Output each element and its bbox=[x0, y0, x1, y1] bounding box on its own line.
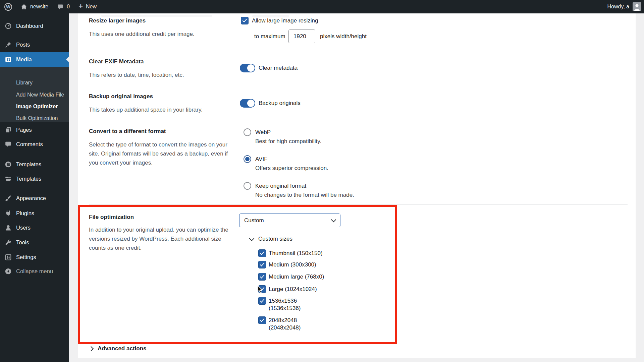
file-optimization-select[interactable]: Custom bbox=[239, 214, 340, 227]
exif-toggle-row: Clear metadata bbox=[240, 64, 298, 72]
sidebar-item-tools[interactable]: Tools bbox=[0, 235, 69, 250]
size-2048-label: 2048x2048 (2048x2048) bbox=[269, 316, 301, 331]
row-divider bbox=[89, 338, 628, 338]
submenu-item-image-optimizer[interactable]: Image Optimizer bbox=[0, 101, 69, 113]
cutoff-row-ghost bbox=[101, 15, 212, 17]
submenu-item-add-new-media-file[interactable]: Add New Media File bbox=[0, 89, 69, 101]
wordpress-logo-icon: W bbox=[4, 3, 12, 11]
size-2048-checkbox[interactable] bbox=[258, 316, 266, 324]
size-row-medium-large: Medium large (768x0) bbox=[258, 273, 324, 281]
plugin-icon bbox=[5, 210, 12, 217]
avif-label: AVIF bbox=[255, 156, 328, 163]
keep-format-radio[interactable] bbox=[244, 182, 251, 190]
resize-checkbox-row: Allow large image resizing bbox=[241, 17, 318, 24]
resize-title: Resize larger images bbox=[89, 17, 146, 24]
sidebar-item-appearance[interactable]: Appearance bbox=[0, 191, 69, 205]
thumbnail-label: Thumbnail (150x150) bbox=[269, 249, 323, 257]
file-optimization-description: In addition to your original upload, you… bbox=[89, 225, 230, 252]
size-row-thumbnail: Thumbnail (150x150) bbox=[258, 249, 323, 257]
webp-label: WebP bbox=[255, 129, 321, 136]
size-1536-checkbox[interactable] bbox=[258, 297, 266, 305]
admin-sidebar: Dashboard Posts Media Library Add New Me… bbox=[0, 13, 69, 362]
webp-radio[interactable] bbox=[244, 128, 251, 136]
medium-large-label: Medium large (768x0) bbox=[269, 273, 324, 281]
thumbnail-checkbox[interactable] bbox=[258, 249, 266, 257]
format-option-avif: AVIF Offers superior compression. bbox=[244, 155, 328, 172]
sidebar-item-users[interactable]: Users bbox=[0, 221, 69, 235]
keep-format-label: Keep original format bbox=[255, 182, 354, 190]
allow-resize-label: Allow large image resizing bbox=[252, 17, 318, 24]
comment-bubble-icon bbox=[57, 4, 64, 10]
sidebar-item-plugins[interactable]: Plugins bbox=[0, 206, 69, 221]
elementor-icon bbox=[5, 161, 12, 168]
size-row-medium: Medium (300x300) bbox=[258, 261, 316, 268]
howdy-text[interactable]: Howdy, a bbox=[607, 4, 629, 10]
collapse-arrow-icon bbox=[5, 268, 12, 275]
keep-format-sublabel: No changes to the format will be made. bbox=[255, 191, 354, 199]
clear-metadata-toggle[interactable] bbox=[240, 64, 255, 72]
row-divider bbox=[89, 51, 628, 51]
sidebar-item-comments[interactable]: Comments bbox=[0, 137, 69, 152]
plus-icon: + bbox=[78, 3, 83, 10]
wrench-icon bbox=[5, 239, 12, 246]
size-row-1536: 1536x1536 (1536x1536) bbox=[258, 297, 301, 312]
comments-icon bbox=[5, 141, 12, 148]
media-icon bbox=[5, 56, 12, 63]
avif-sublabel: Offers superior compression. bbox=[255, 165, 328, 172]
large-label: Large (1024x1024) bbox=[269, 285, 317, 293]
row-divider bbox=[89, 121, 628, 121]
sidebar-item-elementor[interactable]: Templates bbox=[0, 157, 69, 172]
wordpress-menu[interactable]: W bbox=[0, 0, 16, 13]
clear-metadata-label: Clear metadata bbox=[259, 65, 298, 71]
sidebar-item-templates[interactable]: Templates bbox=[0, 172, 69, 186]
paintbrush-icon bbox=[5, 195, 12, 202]
custom-sizes-label: Custom sizes bbox=[258, 236, 292, 242]
chevron-down-icon bbox=[249, 236, 255, 241]
backup-title: Backup original images bbox=[89, 93, 153, 100]
max-suffix-label: pixels width/height bbox=[320, 33, 367, 40]
backup-description: This takes up additional space in your l… bbox=[89, 105, 203, 114]
backup-originals-toggle[interactable] bbox=[240, 99, 255, 108]
max-prefix-label: to maximum bbox=[254, 33, 285, 40]
medium-large-checkbox[interactable] bbox=[258, 273, 266, 281]
convert-description: Select the type of format to convert the… bbox=[89, 140, 234, 167]
folder-icon bbox=[5, 175, 12, 182]
webp-sublabel: Best for high compatibility. bbox=[255, 138, 321, 145]
user-icon bbox=[5, 224, 12, 231]
settings-panel: Resize larger images This uses one addit… bbox=[78, 13, 636, 358]
sidebar-item-pages[interactable]: Pages bbox=[0, 123, 69, 137]
custom-sizes-toggle[interactable]: Custom sizes bbox=[250, 236, 292, 242]
select-value: Custom bbox=[244, 217, 264, 224]
sidebar-item-collapse-menu[interactable]: Collapse menu bbox=[0, 264, 69, 279]
avatar[interactable] bbox=[633, 2, 641, 11]
format-option-keep: Keep original format No changes to the f… bbox=[244, 182, 354, 199]
format-option-webp: WebP Best for high compatibility. bbox=[244, 128, 321, 145]
site-name-link[interactable]: newsite bbox=[16, 0, 53, 13]
advanced-actions-toggle[interactable]: Advanced actions bbox=[89, 345, 147, 352]
max-size-input[interactable] bbox=[288, 29, 315, 43]
sidebar-item-settings[interactable]: Settings bbox=[0, 250, 69, 264]
home-icon bbox=[21, 4, 27, 10]
row-divider bbox=[89, 86, 628, 86]
medium-label: Medium (300x300) bbox=[269, 261, 316, 268]
admin-bar: W newsite 0 + New Howdy, a bbox=[0, 0, 644, 13]
exif-title: Clear EXIF Metadata bbox=[89, 58, 144, 65]
submenu-item-library[interactable]: Library bbox=[0, 77, 69, 89]
new-content-link[interactable]: + New bbox=[74, 0, 101, 13]
sidebar-item-dashboard[interactable]: Dashboard bbox=[0, 19, 69, 33]
sidebar-item-posts[interactable]: Posts bbox=[0, 38, 69, 52]
new-label: New bbox=[86, 4, 97, 10]
pushpin-icon bbox=[5, 41, 12, 48]
size-1536-label: 1536x1536 (1536x1536) bbox=[269, 297, 301, 312]
exif-description: This refers to date, time, location, etc… bbox=[89, 70, 184, 79]
settings-icon bbox=[5, 254, 12, 261]
comments-link[interactable]: 0 bbox=[53, 0, 74, 13]
allow-resize-checkbox[interactable] bbox=[241, 17, 249, 24]
medium-checkbox[interactable] bbox=[258, 261, 266, 268]
avif-radio[interactable] bbox=[244, 155, 251, 163]
large-checkbox[interactable] bbox=[258, 285, 266, 293]
dashboard-icon bbox=[5, 22, 12, 29]
pages-icon bbox=[5, 126, 12, 133]
site-name: newsite bbox=[30, 4, 48, 10]
sidebar-item-media[interactable]: Media bbox=[0, 52, 69, 67]
